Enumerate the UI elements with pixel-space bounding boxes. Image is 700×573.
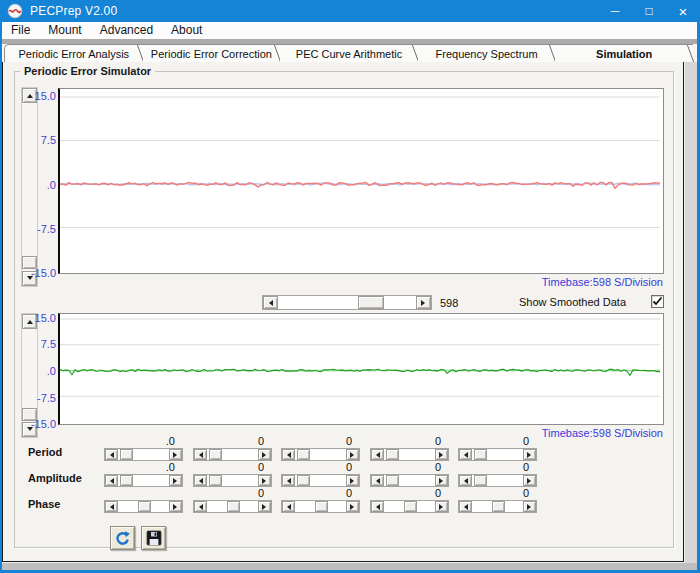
amplitude-slider-3[interactable] xyxy=(281,474,360,487)
period-value-4: 0 xyxy=(370,436,449,447)
app-icon xyxy=(7,3,23,19)
slider-right-button[interactable] xyxy=(435,449,448,460)
slider-left-button[interactable] xyxy=(282,449,295,460)
slider-right-button[interactable] xyxy=(523,501,536,512)
minimize-button[interactable]: ─ xyxy=(598,0,632,22)
maximize-button[interactable]: □ xyxy=(632,0,666,22)
period-slider-4[interactable] xyxy=(370,448,449,461)
left-arrow-icon xyxy=(107,478,114,484)
slider-right-button[interactable] xyxy=(258,475,271,486)
period-value-1: .0 xyxy=(104,436,183,447)
phase-slider-5[interactable] xyxy=(458,500,537,513)
phase-slider-3[interactable] xyxy=(281,500,360,513)
slider-left-button[interactable] xyxy=(371,449,384,460)
slider-left-button[interactable] xyxy=(282,475,295,486)
slider-thumb[interactable] xyxy=(120,449,133,460)
timeline-scrollbar[interactable] xyxy=(262,295,432,310)
menu-mount[interactable]: Mount xyxy=(39,22,90,39)
app-window: PECPrep V2.00 ─ □ × File Mount Advanced … xyxy=(0,0,700,573)
slider-left-button[interactable] xyxy=(105,501,118,512)
slider-thumb[interactable] xyxy=(209,475,222,486)
tab-pec-curve-arithmetic[interactable]: PEC Curve Arithmetic xyxy=(280,44,418,62)
slider-left-button[interactable] xyxy=(371,475,384,486)
phase-cell-5: 0 xyxy=(458,488,537,513)
slider-right-button[interactable] xyxy=(523,449,536,460)
slider-thumb[interactable] xyxy=(386,475,399,486)
slider-thumb[interactable] xyxy=(138,501,151,512)
slider-thumb[interactable] xyxy=(315,501,328,512)
amplitude-slider-5[interactable] xyxy=(458,474,537,487)
slider-right-button[interactable] xyxy=(523,475,536,486)
period-value-5: 0 xyxy=(458,436,537,447)
phase-slider-4[interactable] xyxy=(370,500,449,513)
slider-thumb[interactable] xyxy=(492,501,505,512)
slider-right-button[interactable] xyxy=(346,475,359,486)
timeline-scroll-left-button[interactable] xyxy=(263,296,278,309)
close-button[interactable]: × xyxy=(666,0,700,22)
slider-left-button[interactable] xyxy=(105,475,118,486)
show-smoothed-data-checkbox[interactable] xyxy=(651,295,664,308)
period-slider-5[interactable] xyxy=(458,448,537,461)
slider-left-button[interactable] xyxy=(282,501,295,512)
slider-right-button[interactable] xyxy=(169,449,182,460)
phase-cell-1 xyxy=(104,488,183,513)
slider-thumb[interactable] xyxy=(297,449,310,460)
chart2-ytick-1: 7.5 xyxy=(29,338,56,350)
slider-right-button[interactable] xyxy=(435,501,448,512)
phase-slider-1[interactable] xyxy=(104,500,183,513)
left-arrow-icon xyxy=(461,478,468,484)
slider-thumb[interactable] xyxy=(474,475,487,486)
phase-slider-2[interactable] xyxy=(193,500,272,513)
amplitude-slider-4[interactable] xyxy=(370,474,449,487)
timeline-scroll-right-button[interactable] xyxy=(416,296,431,309)
amplitude-slider-2[interactable] xyxy=(193,474,272,487)
right-arrow-icon xyxy=(262,452,269,458)
tab-periodic-error-correction[interactable]: Periodic Error Correction xyxy=(143,44,281,62)
slider-right-button[interactable] xyxy=(346,449,359,460)
menu-about[interactable]: About xyxy=(162,22,211,39)
slider-left-button[interactable] xyxy=(194,475,207,486)
amplitude-cell-3: 0 xyxy=(281,462,360,487)
refresh-button[interactable] xyxy=(110,526,135,550)
slider-thumb[interactable] xyxy=(209,449,222,460)
slider-right-button[interactable] xyxy=(435,475,448,486)
menu-file[interactable]: File xyxy=(2,22,39,39)
period-slider-1[interactable] xyxy=(104,448,183,461)
slider-left-button[interactable] xyxy=(459,501,472,512)
right-arrow-icon xyxy=(527,504,534,510)
slider-thumb[interactable] xyxy=(120,475,133,486)
slider-left-button[interactable] xyxy=(371,501,384,512)
refresh-icon xyxy=(114,530,131,547)
slider-left-button[interactable] xyxy=(459,475,472,486)
timeline-scroll-thumb[interactable] xyxy=(358,296,384,309)
slider-left-button[interactable] xyxy=(459,449,472,460)
slider-right-button[interactable] xyxy=(169,501,182,512)
amplitude-slider-1[interactable] xyxy=(104,474,183,487)
tab-frequency-spectrum[interactable]: Frequency Spectrum xyxy=(418,44,556,62)
slider-thumb[interactable] xyxy=(227,501,240,512)
slider-thumb[interactable] xyxy=(297,475,310,486)
slider-right-button[interactable] xyxy=(169,475,182,486)
slider-right-button[interactable] xyxy=(258,501,271,512)
slider-left-button[interactable] xyxy=(194,449,207,460)
amplitude-cell-5: 0 xyxy=(458,462,537,487)
slider-thumb[interactable] xyxy=(474,449,487,460)
slider-thumb[interactable] xyxy=(386,449,399,460)
menu-advanced[interactable]: Advanced xyxy=(91,22,162,39)
left-arrow-icon xyxy=(284,478,291,484)
period-slider-2[interactable] xyxy=(193,448,272,461)
amplitude-cell-4: 0 xyxy=(370,462,449,487)
save-button[interactable] xyxy=(141,526,166,550)
left-arrow-icon xyxy=(284,452,291,458)
period-slider-3[interactable] xyxy=(281,448,360,461)
tab-simulation[interactable]: Simulation xyxy=(555,44,693,62)
tab-periodic-error-analysis[interactable]: Periodic Error Analysis xyxy=(4,44,143,62)
right-arrow-icon xyxy=(262,504,269,510)
slider-thumb[interactable] xyxy=(404,501,417,512)
chart1-ytick-0: 15.0 xyxy=(29,90,56,102)
slider-right-button[interactable] xyxy=(346,501,359,512)
slider-left-button[interactable] xyxy=(194,501,207,512)
amplitude-value-3: 0 xyxy=(281,462,360,473)
slider-right-button[interactable] xyxy=(258,449,271,460)
slider-left-button[interactable] xyxy=(105,449,118,460)
